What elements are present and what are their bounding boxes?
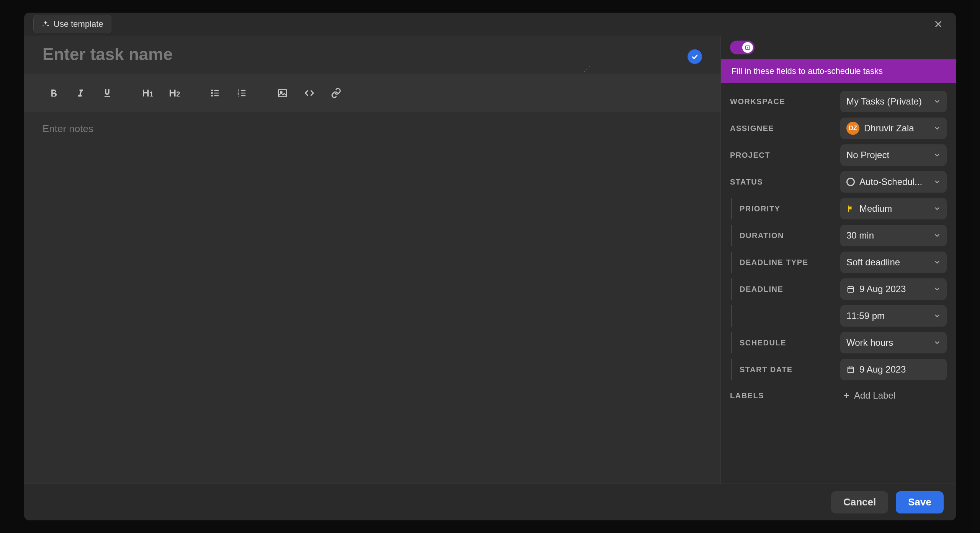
- auto-schedule-toggle[interactable]: [730, 41, 755, 54]
- field-workspace: Workspace My Tasks (Private): [730, 91, 947, 112]
- deadline-type-select[interactable]: Soft deadline: [840, 252, 947, 273]
- deadline-time-value: 11:59 pm: [846, 311, 929, 321]
- project-select[interactable]: No Project: [840, 144, 947, 166]
- image-button[interactable]: [271, 82, 294, 104]
- deadline-date-value: 9 Aug 2023: [859, 284, 929, 294]
- svg-rect-21: [848, 367, 854, 373]
- underline-button[interactable]: [96, 82, 118, 104]
- heading2-button[interactable]: H2: [163, 82, 186, 104]
- svg-point-2: [211, 90, 213, 92]
- italic-button[interactable]: [69, 82, 91, 104]
- notes-input[interactable]: [42, 123, 702, 473]
- calendar-icon: [846, 285, 855, 293]
- field-status: Status Auto-Schedul...: [730, 171, 947, 193]
- modal-header: Use template: [24, 13, 956, 36]
- image-icon: [277, 88, 288, 98]
- duration-label: Duration: [740, 231, 834, 240]
- duration-value: 30 min: [846, 230, 929, 241]
- chevron-down-icon: [934, 125, 941, 132]
- schedule-select[interactable]: Work hours: [840, 332, 947, 353]
- assignee-label: Assignee: [730, 124, 834, 133]
- numbered-list-button[interactable]: 123: [231, 82, 253, 104]
- link-button[interactable]: [325, 82, 347, 104]
- notes-area: [24, 112, 720, 484]
- calendar-flash-icon: [745, 44, 751, 51]
- field-deadline-time: 11:59 pm: [731, 305, 947, 327]
- cancel-label: Cancel: [843, 496, 876, 508]
- assignee-value: Dhruvir Zala: [864, 123, 929, 134]
- link-icon: [331, 88, 341, 98]
- svg-rect-13: [241, 95, 246, 96]
- flag-icon: [846, 204, 855, 213]
- avatar: DZ: [846, 122, 859, 135]
- status-value: Auto-Schedul...: [859, 177, 929, 187]
- fields-list: Workspace My Tasks (Private) Assignee DZ…: [721, 83, 956, 484]
- chevron-down-icon: [934, 205, 941, 212]
- svg-text:3: 3: [237, 93, 239, 97]
- modal-footer: Cancel Save: [24, 484, 956, 520]
- assignee-select[interactable]: DZ Dhruvir Zala: [840, 118, 947, 139]
- close-button[interactable]: [930, 16, 947, 33]
- deadline-date-select[interactable]: 9 Aug 2023: [840, 278, 947, 300]
- close-icon: [933, 19, 943, 29]
- code-button[interactable]: [298, 82, 320, 104]
- chevron-down-icon: [934, 232, 941, 239]
- project-label: Project: [730, 151, 834, 160]
- code-icon: [304, 88, 315, 98]
- task-modal: Use template ⋰: [24, 13, 956, 520]
- auto-schedule-toggle-row: [721, 36, 956, 59]
- h2-icon: H2: [169, 87, 180, 99]
- bullet-list-icon: [210, 88, 220, 98]
- chevron-down-icon: [934, 312, 941, 319]
- chevron-down-icon: [934, 152, 941, 159]
- status-select[interactable]: Auto-Schedul...: [840, 171, 947, 193]
- chevron-down-icon: [934, 339, 941, 346]
- chevron-down-icon: [934, 259, 941, 266]
- bold-icon: [48, 88, 59, 98]
- field-deadline: Deadline 9 Aug 2023: [731, 278, 947, 300]
- add-label-text: Add Label: [854, 390, 895, 401]
- workspace-label: Workspace: [730, 97, 834, 106]
- svg-rect-3: [214, 90, 219, 91]
- deadline-time-select[interactable]: 11:59 pm: [840, 305, 947, 327]
- add-label-button[interactable]: Add Label: [840, 386, 947, 405]
- svg-point-4: [211, 92, 213, 94]
- workspace-select[interactable]: My Tasks (Private): [840, 91, 947, 112]
- priority-select[interactable]: Medium: [840, 198, 947, 219]
- status-label: Status: [730, 178, 834, 186]
- bold-button[interactable]: [42, 82, 65, 104]
- field-schedule: Schedule Work hours: [731, 332, 947, 353]
- field-assignee: Assignee DZ Dhruvir Zala: [730, 118, 947, 139]
- cancel-button[interactable]: Cancel: [831, 491, 888, 513]
- numbered-list-icon: 123: [237, 88, 247, 98]
- complete-toggle[interactable]: [688, 49, 702, 64]
- modal-body: ⋰ H1 H2: [24, 36, 956, 484]
- svg-rect-5: [214, 93, 219, 93]
- field-priority: Priority Medium: [731, 198, 947, 219]
- duration-select[interactable]: 30 min: [840, 225, 947, 246]
- svg-rect-9: [241, 90, 246, 91]
- h1-icon: H1: [142, 87, 154, 99]
- use-template-button[interactable]: Use template: [33, 15, 111, 33]
- field-labels: Labels Add Label: [730, 386, 947, 405]
- check-icon: [691, 53, 699, 60]
- heading1-button[interactable]: H1: [137, 82, 159, 104]
- svg-point-6: [211, 95, 213, 97]
- task-title-input[interactable]: [42, 45, 678, 69]
- schedule-value: Work hours: [846, 337, 929, 348]
- chevron-down-icon: [934, 98, 941, 105]
- italic-icon: [75, 88, 86, 98]
- project-value: No Project: [846, 150, 929, 160]
- plus-icon: [843, 392, 850, 399]
- bullet-list-button[interactable]: [204, 82, 226, 104]
- deadline-label: Deadline: [740, 285, 834, 294]
- priority-value: Medium: [859, 203, 929, 214]
- status-dot-icon: [846, 178, 855, 186]
- priority-label: Priority: [740, 204, 834, 213]
- save-button[interactable]: Save: [896, 491, 944, 513]
- sparkle-icon: [41, 20, 50, 28]
- chevron-down-icon: [934, 286, 941, 293]
- schedule-label: Schedule: [740, 338, 834, 347]
- start-date-label: Start Date: [740, 365, 834, 374]
- start-date-select[interactable]: 9 Aug 2023: [840, 359, 947, 380]
